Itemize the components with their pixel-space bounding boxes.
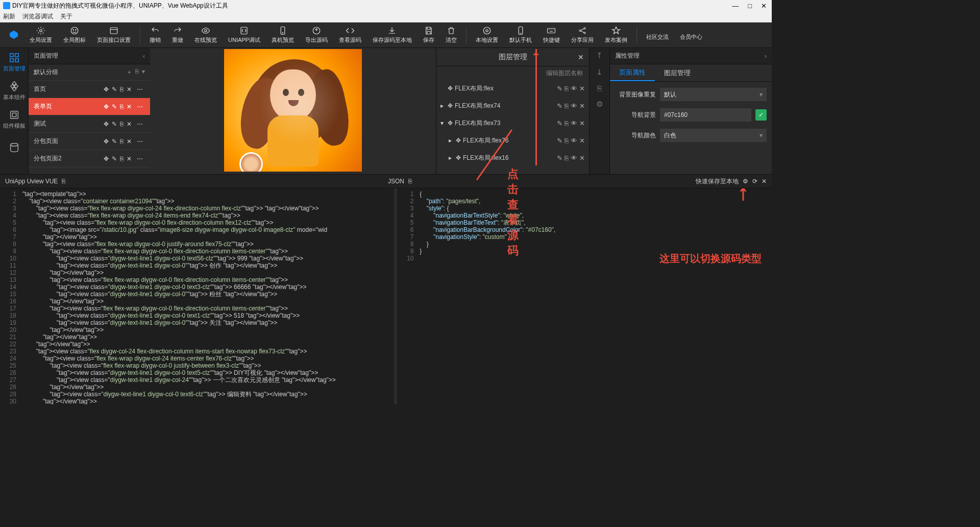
edit-icon[interactable]: ✎ bbox=[557, 137, 562, 145]
json-type-label[interactable]: JSON bbox=[388, 178, 404, 185]
visibility-icon[interactable]: 👁 bbox=[571, 137, 577, 145]
page-row[interactable]: 测试✥✎⎘✕⋯ bbox=[29, 115, 150, 133]
more-icon[interactable]: ⋯ bbox=[135, 155, 145, 162]
minimize-button[interactable]: — bbox=[732, 2, 739, 10]
edit-icon[interactable]: ✎ bbox=[112, 138, 117, 145]
maximize-button[interactable]: □ bbox=[748, 2, 752, 10]
page-row[interactable]: 表单页✥✎⎘✕⋯ bbox=[29, 98, 150, 115]
global-settings-button[interactable]: 全局设置 bbox=[24, 24, 57, 46]
edit-icon[interactable]: ✎ bbox=[557, 119, 562, 127]
layer-item[interactable]: ✥FLEX布局:flex✎⎘👁✕ bbox=[436, 80, 589, 97]
edit-icon[interactable]: ✎ bbox=[112, 103, 117, 110]
delete-icon[interactable]: ✕ bbox=[127, 138, 132, 145]
uniapp-debug-button[interactable]: UNIAPP调试 bbox=[223, 24, 265, 46]
nav-bg-input[interactable]: #07c160 bbox=[660, 108, 751, 122]
code-pane-left[interactable]: 1234567891011121314151617181920212223242… bbox=[0, 188, 394, 404]
menu-browser-debug[interactable]: 浏览器调试 bbox=[22, 12, 53, 21]
visibility-icon[interactable]: 👁 bbox=[571, 119, 577, 127]
copy-icon[interactable]: ⎘ bbox=[408, 178, 412, 185]
copy-icon[interactable]: ⎘ bbox=[565, 102, 569, 110]
copy-icon[interactable]: ⎘ bbox=[120, 86, 124, 93]
delete-icon[interactable]: ✕ bbox=[127, 121, 132, 128]
edit-icon[interactable]: ✎ bbox=[112, 155, 117, 162]
export-source-button[interactable]: 导出源码 bbox=[300, 24, 333, 46]
visibility-icon[interactable]: 👁 bbox=[571, 102, 577, 110]
layer-edit-name-link[interactable]: 编辑图层名称 bbox=[436, 66, 589, 80]
shortcuts-button[interactable]: 快捷键 bbox=[538, 24, 565, 46]
move-icon[interactable]: ✥ bbox=[448, 102, 453, 109]
menu-refresh[interactable]: 刷新 bbox=[3, 12, 15, 21]
page-row[interactable]: 分包页面2✥✎⎘✕⋯ bbox=[29, 150, 150, 167]
close-button[interactable]: ✕ bbox=[761, 2, 767, 10]
more-icon[interactable]: ⋯ bbox=[135, 103, 145, 110]
gear-icon[interactable]: ⚙ bbox=[743, 178, 748, 185]
copy-icon[interactable]: ⎘ bbox=[565, 154, 569, 162]
close-icon[interactable]: ✕ bbox=[762, 178, 767, 185]
tab-page-props[interactable]: 页面属性 bbox=[610, 64, 655, 81]
move-top-icon[interactable]: ⤒ bbox=[596, 51, 603, 60]
edit-icon[interactable]: ✎ bbox=[112, 86, 117, 93]
nav-color-select[interactable]: 白色▾ bbox=[660, 129, 767, 142]
copy-icon[interactable]: ⎘ bbox=[565, 85, 569, 92]
more-icon[interactable]: ⋯ bbox=[135, 121, 145, 128]
quick-save-label[interactable]: 快速保存至本地 bbox=[696, 177, 739, 186]
edit-icon[interactable]: ✎ bbox=[112, 121, 117, 128]
redo-button[interactable]: 重做 bbox=[167, 24, 188, 46]
layer-item[interactable]: ▸✥FLEX布局:flex16✎⎘👁✕ bbox=[436, 149, 589, 166]
move-icon[interactable]: ✥ bbox=[104, 86, 109, 93]
publish-case-button[interactable]: 发布案例 bbox=[600, 24, 632, 46]
delete-icon[interactable]: ✕ bbox=[579, 119, 585, 127]
local-settings-button[interactable]: 本地设置 bbox=[471, 24, 503, 46]
more-icon[interactable]: ⋯ bbox=[135, 86, 145, 93]
page-group-row[interactable]: 默认分组 ＋⎘▾ bbox=[29, 64, 150, 81]
delete-icon[interactable]: ✕ bbox=[127, 103, 132, 110]
undo-button[interactable]: 撤销 bbox=[144, 24, 166, 46]
share-app-button[interactable]: 分享应用 bbox=[566, 24, 599, 46]
expand-icon[interactable]: › bbox=[765, 53, 767, 60]
close-icon[interactable]: ✕ bbox=[578, 53, 584, 61]
move-icon[interactable]: ✥ bbox=[448, 85, 453, 92]
copy-icon[interactable]: ⎘ bbox=[120, 155, 124, 162]
delete-icon[interactable]: ✕ bbox=[579, 154, 585, 162]
layer-item[interactable]: ▸✥FLEX布局:flex74✎⎘👁✕ bbox=[436, 97, 589, 114]
collapse-icon[interactable]: ‹ bbox=[143, 53, 145, 60]
tab-component-templates[interactable]: 组件模板 bbox=[0, 105, 28, 134]
page-row[interactable]: 首页✥✎⎘✕⋯ bbox=[29, 81, 150, 98]
tab-basic-components[interactable]: 基本组件 bbox=[0, 77, 28, 105]
delete-icon[interactable]: ✕ bbox=[579, 137, 585, 145]
design-canvas[interactable]: 点击查看源码 bbox=[150, 48, 436, 174]
page-api-settings-button[interactable]: 页面接口设置 bbox=[92, 24, 136, 46]
copy-icon[interactable]: ⎘ bbox=[120, 138, 124, 145]
real-device-preview-button[interactable]: 真机预览 bbox=[266, 24, 299, 46]
layer-item[interactable]: ▸✥FLEX布局:flex76✎⎘👁✕ bbox=[436, 132, 589, 149]
tab-layer-manage[interactable]: 图层管理 bbox=[655, 64, 700, 81]
copy-icon[interactable]: ⎘ bbox=[120, 103, 124, 110]
default-phone-button[interactable]: 默认手机 bbox=[504, 24, 537, 46]
code-pane-right[interactable]: 12345678910 { "path": "pages/test", "sty… bbox=[397, 188, 772, 404]
phone-preview[interactable] bbox=[224, 49, 362, 172]
copy-icon[interactable]: ⎘ bbox=[62, 178, 65, 185]
more-icon[interactable]: ⋯ bbox=[135, 138, 145, 145]
move-down-icon[interactable]: ⤓ bbox=[596, 67, 603, 77]
move-icon[interactable]: ✥ bbox=[448, 119, 453, 127]
move-icon[interactable]: ✥ bbox=[104, 155, 109, 162]
global-icons-button[interactable]: 全局图标 bbox=[58, 24, 91, 46]
move-icon[interactable]: ✥ bbox=[104, 121, 109, 128]
community-link[interactable]: 社区交流 bbox=[641, 27, 674, 43]
tab-database[interactable] bbox=[0, 134, 28, 162]
edit-icon[interactable]: ✎ bbox=[557, 102, 562, 110]
visibility-icon[interactable]: 👁 bbox=[571, 85, 577, 92]
copy-icon[interactable]: ⎘ bbox=[565, 119, 569, 127]
save-button[interactable]: 保存 bbox=[418, 24, 439, 46]
delete-icon[interactable]: ✕ bbox=[127, 155, 132, 162]
copy-icon[interactable]: ⎘ bbox=[565, 137, 569, 145]
refresh-icon[interactable]: ⟳ bbox=[752, 178, 757, 185]
add-icon[interactable]: ＋ bbox=[126, 68, 132, 77]
move-icon[interactable]: ✥ bbox=[456, 154, 461, 161]
move-icon[interactable]: ✥ bbox=[456, 137, 461, 144]
delete-icon[interactable]: ✕ bbox=[127, 86, 132, 93]
online-preview-button[interactable]: 在线预览 bbox=[189, 24, 222, 46]
paste-icon[interactable]: ⎘ bbox=[135, 68, 139, 77]
edit-icon[interactable]: ✎ bbox=[557, 85, 562, 92]
layer-item[interactable]: ▾✥FLEX布局:flex73✎⎘👁✕ bbox=[436, 114, 589, 132]
